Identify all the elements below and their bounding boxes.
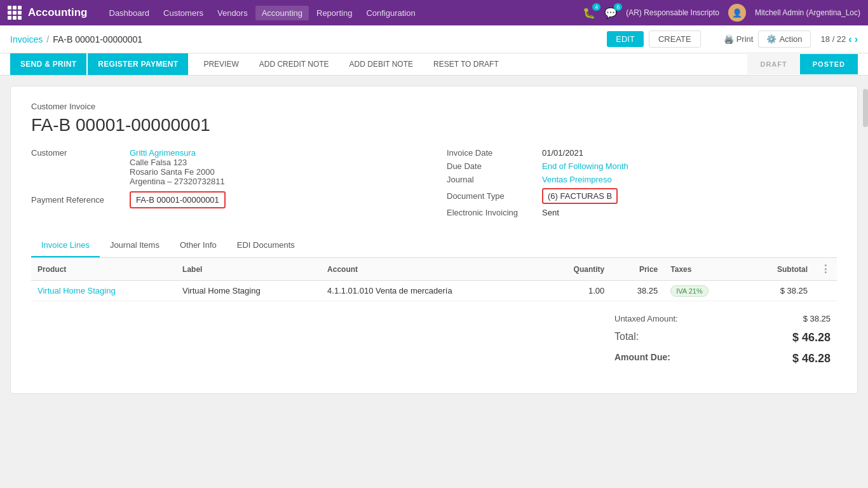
- reset-to-draft-button[interactable]: RESET TO DRAFT: [423, 53, 509, 75]
- invoice-number: FA-B 00001-00000001: [31, 115, 837, 135]
- customer-details: Gritti Agrimensura Calle Falsa 123 Rosar…: [130, 148, 225, 186]
- cell-label: Virtual Home Staging: [176, 281, 321, 301]
- customer-name[interactable]: Gritti Agrimensura: [130, 148, 225, 158]
- send-print-button[interactable]: SEND & PRINT: [10, 53, 86, 75]
- breadcrumb-bar: Invoices / FA-B 00001-00000001 EDIT CREA…: [0, 25, 868, 53]
- col-product: Product: [31, 258, 176, 281]
- nav-next-button[interactable]: ›: [855, 34, 858, 45]
- journal-value[interactable]: Ventas Preimpreso: [542, 175, 612, 184]
- nav-configuration[interactable]: Configuration: [360, 6, 421, 20]
- topnav-links: Dashboard Customers Vendors Accounting R…: [103, 6, 583, 20]
- create-button[interactable]: CREATE: [649, 30, 701, 48]
- nav-vendors[interactable]: Vendors: [211, 6, 254, 20]
- nav-customers[interactable]: Customers: [157, 6, 210, 20]
- tab-edi-documents[interactable]: EDI Documents: [227, 234, 305, 257]
- col-taxes: Taxes: [664, 258, 745, 281]
- invoice-card: Customer Invoice FA-B 00001-00000001 Cus…: [10, 86, 858, 394]
- add-debit-note-button[interactable]: ADD DEBIT NOTE: [339, 53, 423, 75]
- document-type-label: Document Type: [447, 191, 542, 201]
- untaxed-label: Untaxed Amount:: [614, 314, 678, 323]
- due-date-value[interactable]: End of Following Month: [542, 161, 628, 171]
- cell-row-options: [814, 281, 837, 301]
- col-subtotal: Subtotal: [745, 258, 814, 281]
- col-account: Account: [321, 258, 541, 281]
- avatar[interactable]: 👤: [728, 4, 746, 22]
- gear-icon: ⚙️: [766, 34, 776, 44]
- tab-journal-items[interactable]: Journal Items: [100, 234, 170, 257]
- register-payment-button[interactable]: REGISTER PAYMENT: [88, 53, 188, 75]
- electronic-invoicing-row: Electronic Invoicing Sent: [447, 208, 837, 217]
- col-options-icon[interactable]: ⋮: [820, 264, 831, 274]
- untaxed-value: $ 38.25: [803, 314, 831, 323]
- user-name: Mitchell Admin (Argentina_Loc): [755, 8, 860, 17]
- nav-prev-button[interactable]: ‹: [848, 34, 851, 45]
- add-credit-note-button[interactable]: ADD CREDIT NOTE: [249, 53, 339, 75]
- scrollbar-thumb[interactable]: [863, 89, 868, 127]
- document-type-box: (6) FACTURAS B: [542, 188, 618, 204]
- bug-badge: 4: [592, 3, 600, 11]
- invoice-fields: Customer Gritti Agrimensura Calle Falsa …: [31, 148, 837, 221]
- print-icon: 🖨️: [724, 34, 734, 44]
- content: Customer Invoice FA-B 00001-00000001 Cus…: [0, 76, 868, 481]
- cell-subtotal: $ 38.25: [745, 281, 814, 301]
- total-value: $ 46.28: [792, 331, 831, 344]
- bug-icon-btn[interactable]: 🐛4: [583, 7, 595, 19]
- journal-row: Journal Ventas Preimpreso: [447, 175, 837, 184]
- topnav-right: 🐛4 💬6 (AR) Responsable Inscripto 👤 Mitch…: [583, 4, 860, 22]
- payment-reference-row: Payment Reference FA-B 00001-00000001: [31, 191, 421, 208]
- nav-dashboard[interactable]: Dashboard: [103, 6, 156, 20]
- electronic-invoicing-label: Electronic Invoicing: [447, 208, 542, 217]
- status-bar: DRAFT POSTED: [747, 54, 858, 74]
- amount-due-row: Amount Due: $ 46.28: [614, 349, 831, 368]
- nav-reporting[interactable]: Reporting: [310, 6, 358, 20]
- customer-address1: Calle Falsa 123: [130, 158, 225, 167]
- invoice-type-label: Customer Invoice: [31, 102, 837, 111]
- due-date-label: Due Date: [447, 161, 542, 171]
- payment-reference-label: Payment Reference: [31, 195, 130, 205]
- payment-reference-box: FA-B 00001-00000001: [130, 191, 226, 208]
- app-grid-icon[interactable]: [8, 6, 22, 20]
- invoice-date-value: 01/01/2021: [542, 148, 583, 158]
- customer-label: Customer: [31, 148, 130, 186]
- tab-invoice-lines[interactable]: Invoice Lines: [31, 234, 100, 257]
- amount-due-value: $ 46.28: [792, 352, 831, 365]
- status-posted: POSTED: [800, 54, 858, 74]
- tab-other-info[interactable]: Other Info: [170, 234, 227, 257]
- col-price: Price: [611, 258, 664, 281]
- cell-quantity: 1.00: [541, 281, 611, 301]
- payment-reference-value: FA-B 00001-00000001: [136, 195, 219, 205]
- edit-button[interactable]: EDIT: [607, 31, 644, 47]
- action-button[interactable]: ⚙️ Action: [758, 30, 810, 48]
- user-label: (AR) Responsable Inscripto: [626, 8, 719, 17]
- cell-taxes: IVA 21%: [664, 281, 745, 301]
- breadcrumb-actions: EDIT CREATE 🖨️ Print ⚙️ Action 18 / 22 ‹…: [607, 30, 858, 48]
- document-type-value: (6) FACTURAS B: [548, 191, 612, 201]
- scrollbar-track[interactable]: [863, 83, 868, 481]
- total-label: Total:: [614, 331, 639, 344]
- untaxed-row: Untaxed Amount: $ 38.25: [614, 311, 831, 326]
- action-toolbar: SEND & PRINT REGISTER PAYMENT PREVIEW AD…: [0, 53, 868, 76]
- breadcrumb-current: FA-B 00001-00000001: [53, 34, 142, 44]
- nav-accounting[interactable]: Accounting: [255, 6, 309, 20]
- col-quantity: Quantity: [541, 258, 611, 281]
- customer-row: Customer Gritti Agrimensura Calle Falsa …: [31, 148, 421, 186]
- invoice-date-row: Invoice Date 01/01/2021: [447, 148, 837, 158]
- left-fields: Customer Gritti Agrimensura Calle Falsa …: [31, 148, 421, 221]
- chat-icon-btn[interactable]: 💬6: [604, 7, 617, 19]
- table-header-row: Product Label Account Quantity Price Tax…: [31, 258, 837, 281]
- print-button[interactable]: 🖨️ Print: [724, 34, 754, 44]
- nav-counter: 18 / 22 ‹ ›: [821, 34, 858, 45]
- app-name: Accounting: [28, 6, 88, 19]
- customer-address2: Rosario Santa Fe 2000: [130, 167, 225, 177]
- total-row: Total: $ 46.28: [614, 326, 831, 349]
- tax-badge: IVA 21%: [670, 285, 708, 297]
- breadcrumb: Invoices / FA-B 00001-00000001: [10, 34, 142, 44]
- totals-section: Untaxed Amount: $ 38.25 Total: $ 46.28 A…: [31, 301, 837, 378]
- status-draft: DRAFT: [747, 54, 799, 74]
- right-fields: Invoice Date 01/01/2021 Due Date End of …: [447, 148, 837, 221]
- customer-address3: Argentina – 27320732811: [130, 177, 225, 186]
- breadcrumb-parent[interactable]: Invoices: [10, 34, 43, 44]
- cell-product[interactable]: Virtual Home Staging: [31, 281, 176, 301]
- cell-account: 4.1.1.01.010 Venta de mercadería: [321, 281, 541, 301]
- preview-button[interactable]: PREVIEW: [193, 53, 248, 75]
